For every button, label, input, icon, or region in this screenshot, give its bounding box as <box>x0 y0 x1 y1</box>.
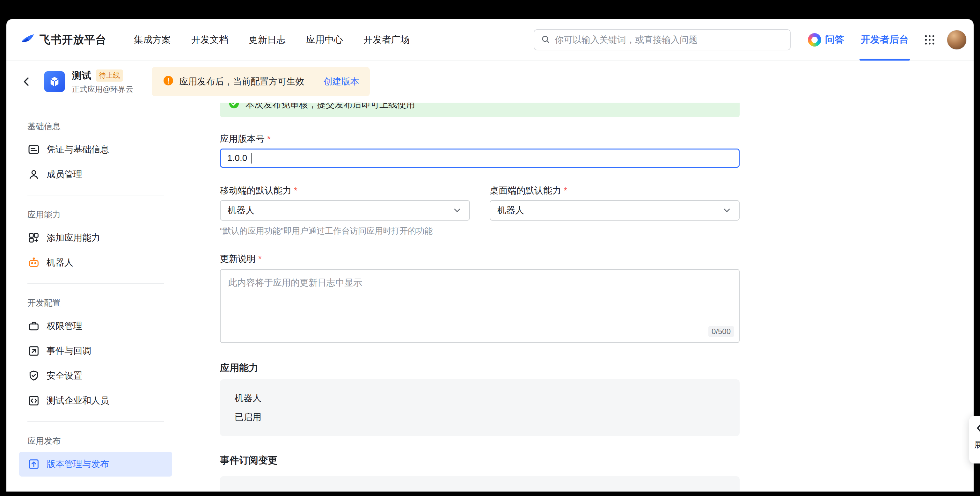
mobile-select-value: 机器人 <box>228 204 255 216</box>
required-asterisk: * <box>267 134 270 144</box>
user-icon <box>27 168 40 181</box>
chevron-down-icon <box>722 205 732 216</box>
sidebar-item-test-org[interactable]: 测试企业和人员 <box>19 388 172 413</box>
capability-selects-row: 移动端的默认能力 * 机器人 桌面端的默认能力 * 机器人 <box>220 184 740 221</box>
code-brackets-icon <box>27 394 40 407</box>
search-icon <box>541 35 550 45</box>
nav-item-docs[interactable]: 开发文档 <box>191 33 228 46</box>
status-badge: 待上线 <box>95 70 123 82</box>
tab-developer-console[interactable]: 开发者后台 <box>861 19 908 60</box>
developer-console-label: 开发者后台 <box>861 33 908 46</box>
brand[interactable]: 飞书开放平台 <box>21 32 107 48</box>
capability-section-title: 应用能力 <box>220 361 740 375</box>
sidebar-divider <box>27 421 164 422</box>
event-callback-icon <box>27 345 40 357</box>
sidebar-item-label: 事件与回调 <box>46 345 91 357</box>
expand-label: 展开 <box>974 439 980 450</box>
credential-card-icon <box>27 143 40 156</box>
qa-ring-icon <box>808 33 821 46</box>
sidebar-divider <box>27 195 164 196</box>
required-asterisk: * <box>258 254 262 264</box>
mobile-capability-label: 移动端的默认能力 * <box>220 184 470 197</box>
capability-name: 机器人 <box>235 392 725 404</box>
apps-grid-button[interactable] <box>923 33 936 46</box>
notice-text: 应用发布后，当前配置方可生效 <box>179 76 304 87</box>
avatar[interactable] <box>947 30 967 50</box>
search-input[interactable] <box>555 35 784 45</box>
sidebar-item-label: 添加应用能力 <box>46 232 100 244</box>
sidebar-section-basic-info: 基础信息 <box>19 115 172 137</box>
top-navigation: 飞书开放平台 集成方案 开发文档 更新日志 应用中心 开发者广场 问答 开发者后… <box>6 19 974 60</box>
app-name: 测试 <box>72 69 91 82</box>
sidebar-section-release: 应用发布 <box>19 430 172 452</box>
sidebar-section-capabilities: 应用能力 <box>19 204 172 225</box>
sidebar-item-label: 机器人 <box>46 257 73 269</box>
nav-item-appcenter[interactable]: 应用中心 <box>306 33 343 46</box>
qa-button[interactable]: 问答 <box>808 33 844 46</box>
nav-item-devplaza[interactable]: 开发者广场 <box>363 33 410 46</box>
publish-notice-banner: 应用发布后，当前配置方可生效 创建版本 <box>152 67 370 96</box>
app-subtitle: 正式应用@环界云 <box>72 84 133 94</box>
required-asterisk: * <box>564 186 567 196</box>
version-field-label: 应用版本号 * <box>220 133 740 145</box>
qa-label: 问答 <box>825 33 844 46</box>
sidebar-item-label: 凭证与基础信息 <box>46 143 109 156</box>
briefcase-icon <box>27 320 40 332</box>
changelog-textarea[interactable] <box>220 269 740 343</box>
char-counter: 0/500 <box>708 326 734 337</box>
desktop-capability-select[interactable]: 机器人 <box>490 200 740 221</box>
mobile-capability-select[interactable]: 机器人 <box>220 200 470 221</box>
back-button[interactable] <box>21 76 32 87</box>
nav-item-changelog[interactable]: 更新日志 <box>249 33 286 46</box>
expand-toggle[interactable]: 展开 <box>969 416 980 464</box>
sidebar-item-events[interactable]: 事件与回调 <box>19 339 172 363</box>
app-header: 测试 待上线 正式应用@环界云 应用发布后，当前配置方可生效 创建版本 <box>6 60 974 103</box>
sidebar-item-permissions[interactable]: 权限管理 <box>19 314 172 339</box>
chevron-down-icon <box>452 205 462 216</box>
grid-icon <box>923 33 936 46</box>
sidebar-item-members[interactable]: 成员管理 <box>19 162 172 187</box>
double-chevron-left-icon <box>974 421 980 435</box>
content-area: 基础信息 凭证与基础信息 成员管理 应用能力 添加应用能力 机器人 开发配置 <box>6 103 974 491</box>
success-banner-text: 本次发布免审核，提交发布后即可上线使用 <box>245 103 415 111</box>
sidebar-item-add-capability[interactable]: 添加应用能力 <box>19 225 172 250</box>
capability-panel: 机器人 已启用 <box>220 379 740 436</box>
desktop-capability-field: 桌面端的默认能力 * 机器人 <box>490 184 740 221</box>
event-panel <box>220 476 740 491</box>
sidebar-item-version-release[interactable]: 版本管理与发布 <box>19 452 172 477</box>
sidebar-divider <box>27 283 164 284</box>
success-check-icon <box>228 103 240 111</box>
sidebar: 基础信息 凭证与基础信息 成员管理 应用能力 添加应用能力 机器人 开发配置 <box>6 103 185 491</box>
capability-hint: “默认的应用功能”即用户通过工作台访问应用时打开的功能 <box>220 225 740 237</box>
event-section-title: 事件订阅变更 <box>220 453 740 467</box>
shield-check-icon <box>27 369 40 382</box>
feishu-logo-icon <box>21 32 35 48</box>
desktop-capability-label: 桌面端的默认能力 * <box>490 184 740 197</box>
sidebar-section-ops-monitor: 运营监控 <box>19 489 172 491</box>
app-window: 飞书开放平台 集成方案 开发文档 更新日志 应用中心 开发者广场 问答 开发者后… <box>6 19 974 491</box>
version-input[interactable] <box>220 149 740 168</box>
changelog-field-label: 更新说明 * <box>220 253 740 265</box>
app-icon <box>44 71 65 92</box>
version-input-wrap <box>220 149 740 168</box>
main-panel: 本次发布免审核，提交发布后即可上线使用 应用版本号 * 移动端的默认能力 * 机… <box>220 103 740 491</box>
cube-icon <box>48 75 61 88</box>
desktop-label-text: 桌面端的默认能力 <box>490 184 561 197</box>
sidebar-item-bot[interactable]: 机器人 <box>19 250 172 275</box>
primary-nav: 集成方案 开发文档 更新日志 应用中心 开发者广场 <box>134 33 410 46</box>
mobile-capability-field: 移动端的默认能力 * 机器人 <box>220 184 470 221</box>
sidebar-item-security[interactable]: 安全设置 <box>19 363 172 388</box>
create-version-link[interactable]: 创建版本 <box>323 76 359 87</box>
nav-item-integration[interactable]: 集成方案 <box>134 33 171 46</box>
changelog-textarea-wrap: 0/500 <box>220 269 740 343</box>
capability-status: 已启用 <box>235 411 725 423</box>
success-banner: 本次发布免审核，提交发布后即可上线使用 <box>220 103 740 117</box>
mobile-label-text: 移动端的默认能力 <box>220 184 291 197</box>
required-asterisk: * <box>294 186 298 196</box>
sidebar-section-dev-config: 开发配置 <box>19 292 172 314</box>
sidebar-item-credentials[interactable]: 凭证与基础信息 <box>19 137 172 162</box>
search-box[interactable] <box>534 29 791 50</box>
sidebar-item-label: 测试企业和人员 <box>46 395 109 407</box>
chevron-left-icon <box>21 76 32 87</box>
desktop-select-value: 机器人 <box>497 204 524 216</box>
